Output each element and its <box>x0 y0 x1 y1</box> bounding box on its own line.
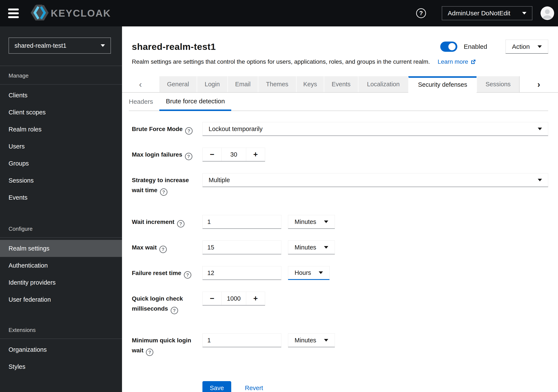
form-row-strategy: Strategy to increase wait time? Multiple <box>132 173 548 196</box>
tabs-scroll-right-icon[interactable]: › <box>537 80 540 89</box>
chevron-down-icon <box>324 220 328 223</box>
brute-force-mode-select[interactable]: Lockout temporarily <box>202 122 548 136</box>
sidebar-item-styles[interactable]: Styles <box>0 358 122 375</box>
toggle-knob <box>448 43 456 50</box>
form-row-wait-increment: Wait increment? 1 Minutes <box>132 215 548 229</box>
help-icon[interactable]: ? <box>185 127 193 135</box>
learn-more-label: Learn more <box>438 58 468 65</box>
tab-general[interactable]: General <box>159 76 197 92</box>
nav-group-title-configure: Configure <box>0 219 122 237</box>
field-label: Minimum quick login wait? <box>132 334 202 356</box>
form-row-min-quick-login-wait: Minimum quick login wait? 1 Minutes <box>132 334 548 356</box>
external-link-icon <box>470 58 477 65</box>
tabs-scroll-left-icon[interactable]: ‹ <box>139 80 142 89</box>
tab-email[interactable]: Email <box>227 76 258 92</box>
user-menu-dropdown[interactable]: AdminUser DoNotEdit <box>442 6 532 20</box>
sidebar: shared-realm-test1 Manage Clients Client… <box>0 26 122 392</box>
sidebar-item-groups[interactable]: Groups <box>0 155 122 172</box>
selected-value: Minutes <box>295 218 316 225</box>
revert-link[interactable]: Revert <box>245 384 263 392</box>
chevron-down-icon <box>522 12 526 15</box>
nav-group-title-manage: Manage <box>0 66 122 84</box>
selected-value: Minutes <box>295 244 316 251</box>
selected-value: Multiple <box>209 177 230 184</box>
field-label-text: Max wait <box>132 244 157 251</box>
nav-group-extensions: Organizations Styles <box>0 339 122 375</box>
minus-icon[interactable]: − <box>203 148 221 161</box>
chevron-down-icon <box>324 339 328 342</box>
min-quick-login-wait-unit-select[interactable]: Minutes <box>288 334 335 347</box>
selected-value: Minutes <box>295 337 316 344</box>
action-dropdown[interactable]: Action <box>506 40 548 54</box>
user-menu-label: AdminUser DoNotEdit <box>448 9 510 17</box>
help-icon[interactable]: ? <box>171 307 178 314</box>
field-label: Wait increment? <box>132 215 202 227</box>
hamburger-bar <box>8 8 19 10</box>
realm-enabled-toggle[interactable] <box>440 42 457 52</box>
help-icon[interactable]: ? <box>160 188 167 196</box>
save-button[interactable]: Save <box>202 381 231 392</box>
hamburger-bar <box>8 12 19 14</box>
field-label: Strategy to increase wait time? <box>132 173 202 196</box>
sidebar-item-organizations[interactable]: Organizations <box>0 341 122 358</box>
sidebar-item-user-federation[interactable]: User federation <box>0 291 122 308</box>
wait-increment-input[interactable]: 1 <box>202 215 281 229</box>
realm-selector-dropdown[interactable]: shared-realm-test1 <box>9 37 111 54</box>
subtab-brute-force-detection[interactable]: Brute force detection <box>159 93 231 111</box>
sidebar-item-authentication[interactable]: Authentication <box>0 257 122 274</box>
form-row-quick-login-check: Quick login check milliseconds? − 1000 + <box>132 292 548 314</box>
help-icon[interactable]: ? <box>146 349 153 356</box>
quick-login-check-input[interactable]: 1000 <box>221 292 246 305</box>
sidebar-item-realm-settings[interactable]: Realm settings <box>0 240 122 257</box>
min-quick-login-wait-input[interactable]: 1 <box>202 334 281 347</box>
avatar[interactable] <box>541 6 554 20</box>
help-icon[interactable]: ? <box>416 8 426 18</box>
chevron-down-icon <box>538 179 542 181</box>
learn-more-link[interactable]: Learn more <box>438 58 477 65</box>
field-label-text: Failure reset time <box>132 270 181 276</box>
sidebar-item-client-scopes[interactable]: Client scopes <box>0 104 122 121</box>
nav-group-manage: Clients Client scopes Realm roles Users … <box>0 84 122 206</box>
chevron-down-icon <box>324 246 328 249</box>
field-label-text: Brute Force Mode <box>132 126 183 132</box>
sidebar-item-events[interactable]: Events <box>0 189 122 206</box>
sidebar-item-identity-providers[interactable]: Identity providers <box>0 274 122 291</box>
field-label: Quick login check milliseconds? <box>132 292 202 314</box>
help-icon[interactable]: ? <box>185 153 192 160</box>
plus-icon[interactable]: + <box>246 148 265 161</box>
wait-increment-unit-select[interactable]: Minutes <box>288 215 335 229</box>
failure-reset-time-input[interactable]: 12 <box>202 266 281 280</box>
wait-time-strategy-select[interactable]: Multiple <box>202 173 548 187</box>
sidebar-item-realm-roles[interactable]: Realm roles <box>0 121 122 138</box>
field-label-text: Minimum quick login wait <box>132 337 191 354</box>
sidebar-item-users[interactable]: Users <box>0 138 122 155</box>
help-icon[interactable]: ? <box>184 271 191 279</box>
tab-events[interactable]: Events <box>324 76 358 92</box>
toggle-label: Enabled <box>464 43 487 50</box>
max-wait-unit-select[interactable]: Minutes <box>288 241 335 254</box>
brand-name: KEYCLOAK <box>51 8 111 19</box>
keycloak-logo[interactable]: KEYCLOAK <box>30 4 111 23</box>
nav-toggle-hamburger-icon[interactable] <box>8 8 19 18</box>
max-login-failures-stepper: − 30 + <box>202 148 265 161</box>
max-login-failures-input[interactable]: 30 <box>221 148 246 161</box>
plus-icon[interactable]: + <box>246 292 265 305</box>
field-label-text: Max login failures <box>132 151 182 158</box>
subtab-headers[interactable]: Headers <box>129 93 159 111</box>
tab-localization[interactable]: Localization <box>358 76 408 92</box>
tab-login[interactable]: Login <box>197 76 227 92</box>
max-wait-input[interactable]: 15 <box>202 241 281 254</box>
sidebar-item-sessions[interactable]: Sessions <box>0 172 122 189</box>
page-header: shared-realm-test1 Enabled Action Realm … <box>122 26 558 65</box>
selected-value: Hours <box>295 269 311 276</box>
help-icon[interactable]: ? <box>177 220 184 227</box>
tab-sessions[interactable]: Sessions <box>477 76 519 92</box>
sidebar-item-clients[interactable]: Clients <box>0 87 122 104</box>
help-icon[interactable]: ? <box>159 246 167 253</box>
form-actions: Save Revert <box>132 381 548 392</box>
tab-keys[interactable]: Keys <box>296 76 324 92</box>
failure-reset-time-unit-select[interactable]: Hours <box>288 266 330 280</box>
tab-security-defenses[interactable]: Security defenses <box>408 76 477 93</box>
tab-themes[interactable]: Themes <box>258 76 296 92</box>
minus-icon[interactable]: − <box>203 292 221 305</box>
